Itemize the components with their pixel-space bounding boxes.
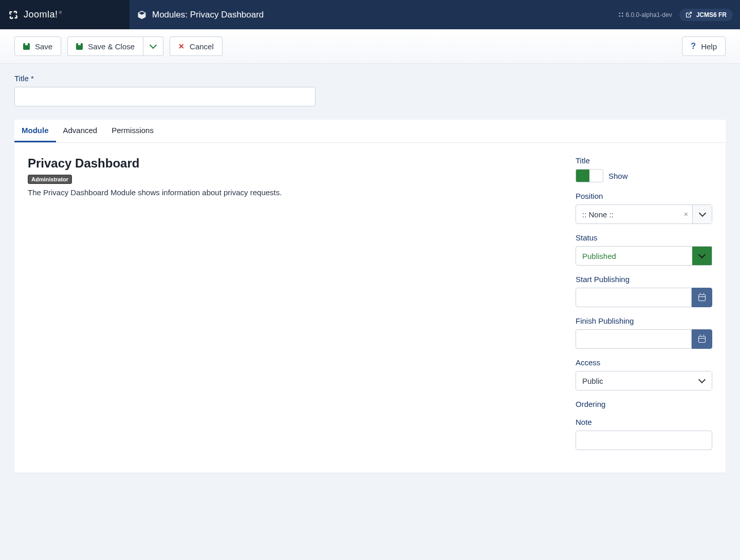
show-title-toggle[interactable] bbox=[576, 169, 603, 182]
svg-point-2 bbox=[619, 15, 620, 17]
title-input[interactable] bbox=[14, 87, 316, 106]
finish-calendar-button[interactable] bbox=[692, 329, 712, 349]
external-link-icon bbox=[686, 11, 692, 18]
joomla-small-icon bbox=[618, 12, 624, 17]
module-info: Privacy Dashboard Administrator The Priv… bbox=[28, 156, 576, 459]
position-select[interactable]: :: None :: × bbox=[576, 204, 712, 224]
save-close-dropdown[interactable] bbox=[143, 36, 163, 56]
chevron-down-icon bbox=[150, 42, 157, 49]
note-input[interactable] bbox=[576, 431, 712, 450]
header-right: 6.0.0-alpha1-dev JCMS6 FR bbox=[618, 9, 740, 21]
save-icon bbox=[23, 43, 30, 50]
cancel-button[interactable]: ✕ Cancel bbox=[170, 36, 223, 56]
start-calendar-button[interactable] bbox=[692, 288, 712, 307]
brand-text: Joomla! bbox=[24, 9, 58, 20]
tab-permissions[interactable]: Permissions bbox=[104, 120, 161, 142]
status-select[interactable]: Published bbox=[576, 246, 712, 266]
toolbar: Save Save & Close ✕ Cancel ? Help bbox=[0, 29, 740, 64]
chevron-down-icon bbox=[692, 371, 712, 390]
position-clear[interactable]: × bbox=[680, 210, 692, 218]
show-title-text: Show bbox=[608, 172, 628, 180]
calendar-icon bbox=[698, 336, 706, 343]
user-tag[interactable]: JCMS6 FR bbox=[679, 9, 733, 21]
page-title: Modules: Privacy Dashboard bbox=[152, 10, 264, 20]
title-label: Title * bbox=[14, 74, 726, 83]
finish-publishing-label: Finish Publishing bbox=[576, 316, 712, 325]
joomla-logo-icon bbox=[7, 9, 20, 21]
content: Title * Module Advanced Permissions Priv… bbox=[0, 64, 740, 483]
tab-advanced[interactable]: Advanced bbox=[56, 120, 105, 142]
tab-panel: Privacy Dashboard Administrator The Priv… bbox=[14, 143, 726, 473]
module-icon bbox=[137, 10, 147, 20]
status-label: Status bbox=[576, 233, 712, 242]
close-icon: ✕ bbox=[178, 42, 184, 50]
start-publishing-label: Start Publishing bbox=[576, 275, 712, 284]
position-label: Position bbox=[576, 192, 712, 200]
help-button[interactable]: ? Help bbox=[682, 36, 726, 56]
finish-publishing-input[interactable] bbox=[576, 329, 692, 349]
chevron-down-icon bbox=[692, 247, 712, 265]
save-icon bbox=[76, 43, 83, 50]
start-publishing-input[interactable] bbox=[576, 288, 692, 307]
module-sidebar: Title Show Position :: None :: × Status bbox=[576, 156, 712, 459]
svg-point-3 bbox=[621, 15, 623, 17]
brand[interactable]: Joomla! ® bbox=[0, 0, 130, 29]
tab-module[interactable]: Module bbox=[14, 120, 56, 142]
save-close-button[interactable]: Save & Close bbox=[67, 36, 143, 56]
access-label: Access bbox=[576, 358, 712, 367]
module-description: The Privacy Dashboard Module shows infor… bbox=[28, 188, 576, 197]
ordering-label: Ordering bbox=[576, 400, 712, 408]
version-label: 6.0.0-alpha1-dev bbox=[618, 11, 672, 18]
show-title-label: Title bbox=[576, 156, 712, 165]
svg-line-4 bbox=[688, 12, 691, 15]
tabs: Module Advanced Permissions bbox=[14, 120, 726, 143]
access-select[interactable]: Public bbox=[576, 371, 712, 390]
module-heading: Privacy Dashboard bbox=[28, 156, 576, 171]
module-badge: Administrator bbox=[28, 175, 72, 184]
svg-point-1 bbox=[621, 12, 623, 14]
header: Joomla! ® Modules: Privacy Dashboard 6.0… bbox=[0, 0, 740, 29]
help-icon: ? bbox=[691, 42, 696, 51]
page-title-area: Modules: Privacy Dashboard bbox=[130, 10, 264, 20]
svg-point-0 bbox=[619, 12, 620, 14]
chevron-down-icon bbox=[692, 205, 712, 223]
save-button[interactable]: Save bbox=[14, 36, 61, 56]
note-label: Note bbox=[576, 418, 712, 426]
calendar-icon bbox=[698, 294, 706, 301]
